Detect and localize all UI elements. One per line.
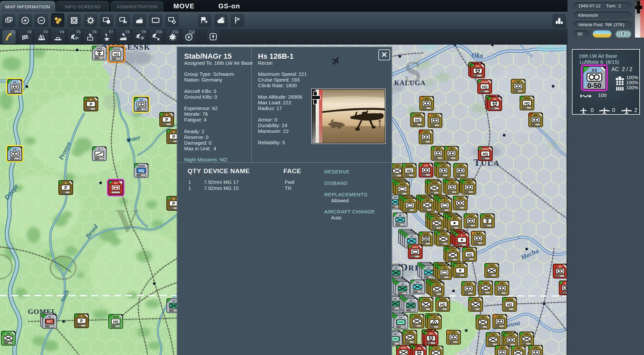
svg-text:XX: XX [500, 282, 504, 285]
svg-text:XX: XX [172, 300, 176, 303]
svg-text:XX: XX [426, 199, 429, 202]
svg-text:XX: XX [477, 232, 480, 235]
svg-text:XXXX: XXXX [481, 81, 488, 84]
svg-text:XX: XX [481, 316, 485, 319]
svg-text:XXXX: XXXX [482, 148, 489, 151]
svg-text:V: V [115, 202, 139, 239]
svg-text:XX: XX [500, 346, 504, 349]
svg-text:XXX: XXX [423, 233, 429, 236]
svg-text:XXX: XXX [423, 298, 429, 301]
svg-text:XX: XX [490, 264, 494, 267]
svg-text:II: II [65, 182, 66, 185]
svg-text:XX: XX [451, 249, 455, 252]
svg-text:XX: XX [491, 334, 495, 337]
svg-text:XX: XX [493, 98, 497, 101]
svg-text:XX: XX [140, 98, 143, 101]
svg-text:XX: XX [409, 299, 413, 302]
svg-text:XX: XX [429, 332, 433, 335]
svg-text:XX: XX [435, 283, 439, 286]
svg-text:XXXX: XXXX [466, 248, 473, 251]
svg-text:III: III [49, 315, 51, 318]
svg-text:XX: XX [509, 334, 513, 337]
svg-text:XX: XX [498, 315, 502, 318]
svg-text:XXX: XXX [414, 315, 420, 318]
svg-text:III: III [411, 235, 413, 238]
svg-text:XXX: XXX [415, 114, 421, 117]
svg-text:XX: XX [394, 267, 398, 270]
svg-text:XXXX: XXXX [439, 298, 446, 301]
svg-text:XX: XX [452, 331, 455, 334]
svg-text:II: II [173, 197, 174, 200]
svg-text:XX: XX [436, 147, 440, 150]
svg-text:XXXX: XXXX [138, 164, 145, 167]
svg-text:XX: XX [393, 333, 397, 336]
svg-text:XXXX: XXXX [406, 164, 413, 167]
svg-text:XXX: XXX [113, 315, 119, 318]
svg-text:XXX: XXX [524, 97, 530, 100]
svg-text:XX: XX [395, 165, 399, 168]
svg-text:XX: XX [427, 266, 431, 269]
svg-text:II: II [90, 98, 92, 101]
svg-text:XX: XX [114, 182, 118, 185]
svg-text:XX: XX [459, 197, 462, 200]
svg-text:X: X [435, 347, 437, 350]
svg-text:XX: XX [474, 298, 478, 301]
svg-text:XXX: XXX [97, 47, 102, 50]
svg-text:X: X [98, 148, 100, 151]
svg-text:XX: XX [450, 181, 454, 184]
svg-text:XX: XX [399, 316, 403, 319]
svg-text:XX: XX [467, 283, 471, 286]
svg-text:XX: XX [476, 65, 480, 68]
svg-text:III: III [401, 283, 404, 286]
svg-text:XX: XX [517, 80, 520, 83]
svg-text:III: III [399, 214, 401, 217]
svg-text:X: X [409, 199, 411, 202]
svg-text:XX: XX [442, 233, 445, 236]
svg-text:XXX: XXX [413, 246, 418, 249]
svg-text:XX: XX [7, 332, 10, 335]
svg-text:XXXX: XXXX [113, 48, 120, 51]
svg-text:II: II [173, 131, 174, 134]
svg-text:XX: XX [525, 333, 529, 336]
svg-text:XX: XX [13, 148, 17, 151]
svg-text:XX: XX [442, 164, 445, 167]
svg-text:XX: XX [517, 347, 520, 350]
svg-text:II: II [166, 113, 167, 116]
svg-text:XX: XX [418, 347, 421, 350]
svg-text:XXX: XXX [407, 331, 413, 334]
svg-text:XX: XX [453, 217, 457, 220]
svg-text:XX: XX [424, 164, 428, 167]
svg-text:0-50: 0-50 [587, 82, 601, 89]
svg-text:XX: XX [459, 164, 463, 167]
svg-text:XX: XX [424, 131, 428, 134]
svg-text:XXX: XXX [401, 346, 407, 349]
svg-text:XX: XX [484, 282, 488, 285]
svg-text:XXXX: XXXX [506, 298, 513, 301]
svg-text:X: X [433, 316, 435, 319]
svg-text:XX: XX [393, 298, 397, 301]
svg-text:XXX: XXX [432, 182, 437, 185]
svg-text:XX: XX [469, 215, 473, 218]
svg-text:XX: XX [591, 68, 597, 73]
svg-text:XX: XX [394, 196, 397, 199]
svg-text:XX: XX [433, 114, 437, 117]
svg-text:XX: XX [467, 181, 471, 184]
svg-text:XXX: XXX [400, 183, 406, 186]
svg-text:XX: XX [435, 217, 439, 220]
svg-text:X: X [443, 266, 445, 269]
svg-text:XX: XX [558, 265, 562, 268]
svg-text:S: S [404, 55, 421, 89]
svg-text:X: X [461, 234, 463, 237]
svg-text:X: X [444, 199, 446, 202]
svg-text:XX: XX [425, 97, 429, 100]
svg-text:X: X [459, 264, 461, 267]
svg-text:XX: XX [450, 147, 453, 150]
svg-text:XX: XX [13, 81, 17, 84]
svg-text:Oka: Oka [472, 52, 483, 59]
svg-text:XX: XX [416, 281, 420, 284]
svg-text:XXX: XXX [485, 215, 490, 218]
svg-text:XX: XX [534, 346, 538, 349]
svg-text:XX: XX [534, 114, 538, 117]
svg-text:II: II [81, 315, 82, 318]
